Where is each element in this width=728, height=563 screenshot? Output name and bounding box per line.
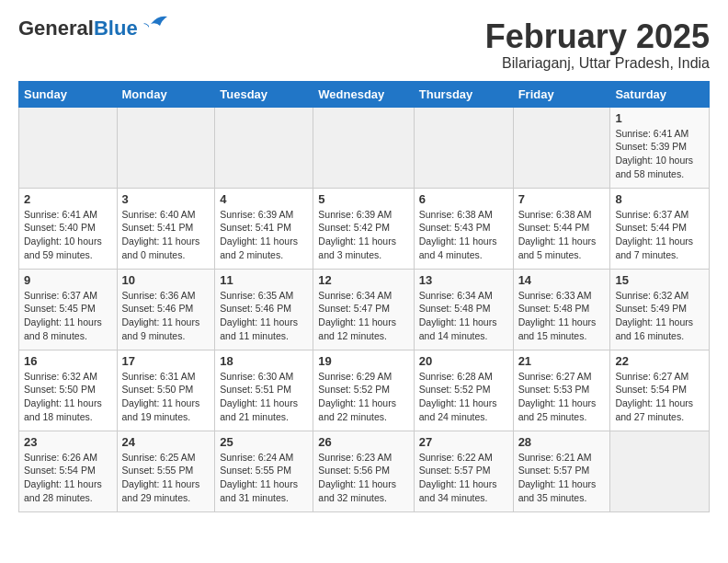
- day-cell: 14Sunrise: 6:33 AM Sunset: 5:48 PM Dayli…: [513, 269, 610, 350]
- logo-text: GeneralBlue: [18, 18, 138, 39]
- day-number: 14: [518, 273, 606, 287]
- day-number: 13: [419, 273, 508, 287]
- day-info: Sunrise: 6:24 AM Sunset: 5:55 PM Dayligh…: [220, 451, 308, 505]
- day-cell: [19, 107, 118, 188]
- day-number: 15: [615, 273, 704, 287]
- day-cell: 5Sunrise: 6:39 AM Sunset: 5:42 PM Daylig…: [313, 188, 414, 269]
- calendar-title: February 2025: [485, 18, 710, 55]
- day-number: 24: [122, 435, 210, 449]
- day-info: Sunrise: 6:39 AM Sunset: 5:42 PM Dayligh…: [318, 208, 408, 262]
- week-row-1: 2Sunrise: 6:41 AM Sunset: 5:40 PM Daylig…: [19, 188, 710, 269]
- day-cell: 23Sunrise: 6:26 AM Sunset: 5:54 PM Dayli…: [19, 431, 118, 511]
- day-cell: [414, 107, 513, 188]
- calendar-table: SundayMondayTuesdayWednesdayThursdayFrid…: [18, 81, 710, 512]
- day-cell: 17Sunrise: 6:31 AM Sunset: 5:50 PM Dayli…: [117, 350, 215, 431]
- logo-general: General: [18, 17, 94, 40]
- day-number: 6: [419, 192, 508, 206]
- logo-blue: Blue: [94, 17, 138, 40]
- day-cell: 18Sunrise: 6:30 AM Sunset: 5:51 PM Dayli…: [215, 350, 313, 431]
- day-number: 9: [24, 273, 112, 287]
- day-info: Sunrise: 6:34 AM Sunset: 5:48 PM Dayligh…: [419, 289, 508, 343]
- day-info: Sunrise: 6:38 AM Sunset: 5:44 PM Dayligh…: [518, 208, 606, 262]
- day-cell: 7Sunrise: 6:38 AM Sunset: 5:44 PM Daylig…: [513, 188, 610, 269]
- day-info: Sunrise: 6:25 AM Sunset: 5:55 PM Dayligh…: [122, 451, 210, 505]
- calendar-subtitle: Bilariaganj, Uttar Pradesh, India: [485, 55, 710, 72]
- day-info: Sunrise: 6:37 AM Sunset: 5:45 PM Dayligh…: [24, 289, 112, 343]
- day-number: 25: [220, 435, 308, 449]
- day-cell: 12Sunrise: 6:34 AM Sunset: 5:47 PM Dayli…: [313, 269, 414, 350]
- day-info: Sunrise: 6:41 AM Sunset: 5:39 PM Dayligh…: [615, 127, 704, 181]
- day-cell: 6Sunrise: 6:38 AM Sunset: 5:43 PM Daylig…: [414, 188, 513, 269]
- day-number: 7: [518, 192, 606, 206]
- day-cell: 9Sunrise: 6:37 AM Sunset: 5:45 PM Daylig…: [19, 269, 118, 350]
- day-number: 8: [615, 192, 704, 206]
- day-number: 10: [122, 273, 210, 287]
- day-number: 12: [318, 273, 408, 287]
- day-number: 18: [220, 354, 308, 368]
- day-info: Sunrise: 6:26 AM Sunset: 5:54 PM Dayligh…: [24, 451, 112, 505]
- day-cell: [117, 107, 215, 188]
- day-info: Sunrise: 6:40 AM Sunset: 5:41 PM Dayligh…: [122, 208, 210, 262]
- day-cell: 4Sunrise: 6:39 AM Sunset: 5:41 PM Daylig…: [215, 188, 313, 269]
- day-cell: 13Sunrise: 6:34 AM Sunset: 5:48 PM Dayli…: [414, 269, 513, 350]
- col-header-saturday: Saturday: [610, 81, 710, 107]
- day-number: 26: [318, 435, 408, 449]
- col-header-monday: Monday: [117, 81, 215, 107]
- day-cell: 20Sunrise: 6:28 AM Sunset: 5:52 PM Dayli…: [414, 350, 513, 431]
- week-row-4: 23Sunrise: 6:26 AM Sunset: 5:54 PM Dayli…: [19, 431, 710, 511]
- day-info: Sunrise: 6:30 AM Sunset: 5:51 PM Dayligh…: [220, 370, 308, 424]
- day-info: Sunrise: 6:38 AM Sunset: 5:43 PM Dayligh…: [419, 208, 508, 262]
- day-cell: 27Sunrise: 6:22 AM Sunset: 5:57 PM Dayli…: [414, 431, 513, 511]
- day-info: Sunrise: 6:39 AM Sunset: 5:41 PM Dayligh…: [220, 208, 308, 262]
- title-area: February 2025 Bilariaganj, Uttar Pradesh…: [485, 18, 710, 72]
- week-row-2: 9Sunrise: 6:37 AM Sunset: 5:45 PM Daylig…: [19, 269, 710, 350]
- day-number: 11: [220, 273, 308, 287]
- day-info: Sunrise: 6:28 AM Sunset: 5:52 PM Dayligh…: [419, 370, 508, 424]
- header-row: SundayMondayTuesdayWednesdayThursdayFrid…: [19, 81, 710, 107]
- day-number: 5: [318, 192, 408, 206]
- day-cell: 16Sunrise: 6:32 AM Sunset: 5:50 PM Dayli…: [19, 350, 118, 431]
- day-info: Sunrise: 6:29 AM Sunset: 5:52 PM Dayligh…: [318, 370, 408, 424]
- day-number: 17: [122, 354, 210, 368]
- day-number: 20: [419, 354, 508, 368]
- day-number: 23: [24, 435, 112, 449]
- day-number: 22: [615, 354, 704, 368]
- col-header-sunday: Sunday: [19, 81, 118, 107]
- day-number: 1: [615, 111, 704, 125]
- day-cell: 26Sunrise: 6:23 AM Sunset: 5:56 PM Dayli…: [313, 431, 414, 511]
- day-info: Sunrise: 6:34 AM Sunset: 5:47 PM Dayligh…: [318, 289, 408, 343]
- header: GeneralBlue February 2025 Bilariaganj, U…: [18, 18, 710, 72]
- day-info: Sunrise: 6:27 AM Sunset: 5:53 PM Dayligh…: [518, 370, 606, 424]
- day-info: Sunrise: 6:35 AM Sunset: 5:46 PM Dayligh…: [220, 289, 308, 343]
- day-cell: 19Sunrise: 6:29 AM Sunset: 5:52 PM Dayli…: [313, 350, 414, 431]
- day-cell: 10Sunrise: 6:36 AM Sunset: 5:46 PM Dayli…: [117, 269, 215, 350]
- day-number: 19: [318, 354, 408, 368]
- day-cell: [513, 107, 610, 188]
- day-info: Sunrise: 6:32 AM Sunset: 5:50 PM Dayligh…: [24, 370, 112, 424]
- day-info: Sunrise: 6:37 AM Sunset: 5:44 PM Dayligh…: [615, 208, 704, 262]
- day-cell: 3Sunrise: 6:40 AM Sunset: 5:41 PM Daylig…: [117, 188, 215, 269]
- day-cell: 22Sunrise: 6:27 AM Sunset: 5:54 PM Dayli…: [610, 350, 710, 431]
- day-info: Sunrise: 6:27 AM Sunset: 5:54 PM Dayligh…: [615, 370, 704, 424]
- col-header-friday: Friday: [513, 81, 610, 107]
- day-cell: 2Sunrise: 6:41 AM Sunset: 5:40 PM Daylig…: [19, 188, 118, 269]
- day-number: 2: [24, 192, 112, 206]
- day-cell: [313, 107, 414, 188]
- day-number: 16: [24, 354, 112, 368]
- day-cell: 28Sunrise: 6:21 AM Sunset: 5:57 PM Dayli…: [513, 431, 610, 511]
- week-row-0: 1Sunrise: 6:41 AM Sunset: 5:39 PM Daylig…: [19, 107, 710, 188]
- day-cell: 11Sunrise: 6:35 AM Sunset: 5:46 PM Dayli…: [215, 269, 313, 350]
- logo-bird-icon: [142, 13, 169, 35]
- day-info: Sunrise: 6:21 AM Sunset: 5:57 PM Dayligh…: [518, 451, 606, 505]
- col-header-thursday: Thursday: [414, 81, 513, 107]
- day-number: 27: [419, 435, 508, 449]
- day-cell: [610, 431, 710, 511]
- day-info: Sunrise: 6:31 AM Sunset: 5:50 PM Dayligh…: [122, 370, 210, 424]
- day-cell: 1Sunrise: 6:41 AM Sunset: 5:39 PM Daylig…: [610, 107, 710, 188]
- day-info: Sunrise: 6:36 AM Sunset: 5:46 PM Dayligh…: [122, 289, 210, 343]
- day-cell: 24Sunrise: 6:25 AM Sunset: 5:55 PM Dayli…: [117, 431, 215, 511]
- day-info: Sunrise: 6:22 AM Sunset: 5:57 PM Dayligh…: [419, 451, 508, 505]
- day-cell: 25Sunrise: 6:24 AM Sunset: 5:55 PM Dayli…: [215, 431, 313, 511]
- day-cell: [215, 107, 313, 188]
- day-number: 21: [518, 354, 606, 368]
